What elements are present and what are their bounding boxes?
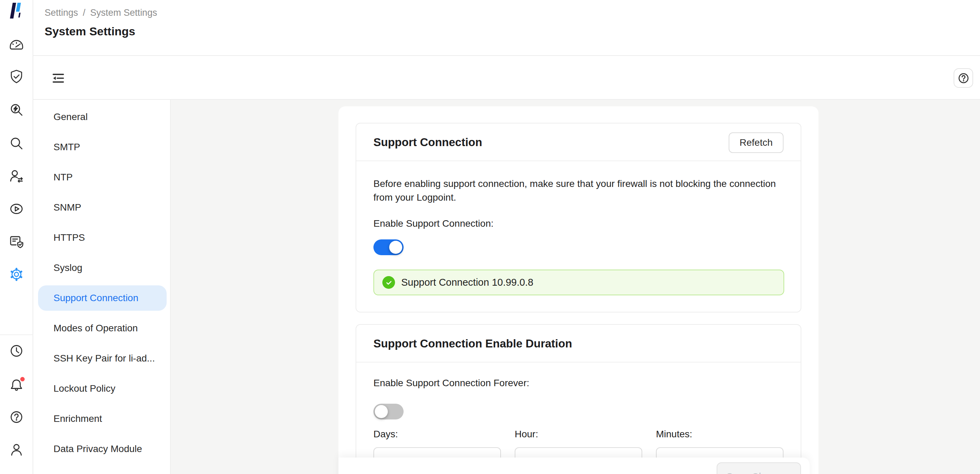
sidebar-item-label: SNMP: [54, 202, 81, 213]
refetch-button[interactable]: Refetch: [729, 132, 784, 153]
enable-duration-card: Support Connection Enable Duration Enabl…: [356, 324, 801, 474]
sidebar-item-label: HTTPS: [54, 232, 85, 243]
toggle-knob: [375, 405, 388, 418]
sidebar-item-label: Syslog: [54, 262, 82, 274]
settings-menu: General SMTP NTP SNMP HTTPS Syslog Suppo…: [33, 102, 170, 464]
brand-logo[interactable]: [8, 2, 25, 19]
rail-item-user-accounts[interactable]: [8, 167, 25, 185]
sidebar-collapse-button[interactable]: [51, 71, 65, 85]
card-header: Support Connection Enable Duration: [356, 325, 801, 363]
app-root: Settings/System Settings System Settings…: [0, 0, 980, 474]
sidebar-item-https[interactable]: HTTPS: [33, 223, 170, 253]
rail-item-playback[interactable]: [8, 200, 25, 218]
question-circle-icon: [8, 409, 25, 425]
sidebar-item-label: General: [54, 111, 88, 122]
settings-gear-icon: [8, 266, 25, 283]
toggle-knob: [389, 241, 402, 254]
shield-check-icon: [8, 68, 25, 85]
sidebar-item-modes-of-operation[interactable]: Modes of Operation: [33, 313, 170, 343]
menu-fold-icon: [52, 72, 65, 85]
success-check-icon: [382, 276, 395, 289]
sidebar-item-label: Enrichment: [54, 413, 102, 424]
threat-magnifier-icon: [8, 102, 25, 118]
sidebar-item-enrichment[interactable]: Enrichment: [33, 404, 170, 434]
rail-item-reports[interactable]: [8, 232, 25, 250]
save-footer: Save Changes: [339, 458, 810, 474]
enable-forever-toggle[interactable]: [374, 404, 404, 420]
question-circle-icon: [957, 72, 970, 85]
status-banner-text: Support Connection 10.99.0.8: [401, 277, 533, 288]
rail-item-notifications[interactable]: [8, 376, 25, 394]
search-icon: [8, 135, 25, 152]
sidebar-item-label: NTP: [54, 172, 73, 183]
settings-sidebar: General SMTP NTP SNMP HTTPS Syslog Suppo…: [33, 100, 171, 474]
toolbar-band: [33, 56, 980, 100]
play-circle-icon: [8, 200, 25, 217]
logpoint-logo-icon: [9, 2, 24, 19]
card-header: Support Connection Refetch: [356, 124, 801, 161]
rail-item-search[interactable]: [8, 134, 25, 152]
support-connection-card: Support Connection Refetch Before enabli…: [356, 123, 801, 312]
user-icon: [8, 441, 25, 458]
sidebar-item-label: Modes of Operation: [54, 323, 138, 334]
dashboard-gauge-icon: [8, 37, 25, 53]
rail-item-compliance[interactable]: [8, 68, 25, 86]
sidebar-item-syslog[interactable]: Syslog: [33, 253, 170, 283]
save-changes-button[interactable]: Save Changes: [717, 462, 801, 474]
rail-item-help[interactable]: [8, 408, 25, 426]
sidebar-item-smtp[interactable]: SMTP: [33, 132, 170, 162]
sidebar-item-ssh-key-pair[interactable]: SSH Key Pair for li-ad...: [33, 343, 170, 374]
breadcrumb-settings[interactable]: Settings: [45, 8, 78, 18]
support-connection-status-banner: Support Connection 10.99.0.8: [374, 270, 784, 295]
breadcrumb: Settings/System Settings: [45, 8, 157, 18]
breadcrumb-system-settings[interactable]: System Settings: [90, 8, 157, 18]
sidebar-item-ntp[interactable]: NTP: [33, 162, 170, 192]
page-title: System Settings: [45, 25, 135, 38]
support-connection-description: Before enabling support connection, make…: [374, 177, 786, 204]
page-header: Settings/System Settings System Settings: [33, 0, 980, 56]
sidebar-item-snmp[interactable]: SNMP: [33, 192, 170, 223]
rail-divider: [0, 334, 33, 335]
hour-label: Hour:: [515, 429, 642, 440]
sidebar-item-data-privacy-module[interactable]: Data Privacy Module: [33, 434, 170, 464]
rail-item-dashboard[interactable]: [8, 36, 25, 54]
user-switch-icon: [8, 168, 25, 185]
main-content: Support Connection Refetch Before enabli…: [171, 100, 980, 474]
breadcrumb-separator: /: [83, 8, 86, 18]
sidebar-item-lockout-policy[interactable]: Lockout Policy: [33, 374, 170, 404]
rail-item-threat-hunting[interactable]: [8, 101, 25, 119]
sidebar-item-label: SMTP: [54, 142, 80, 153]
enable-support-connection-toggle[interactable]: [374, 239, 404, 255]
enable-forever-label: Enable Support Connection Forever:: [374, 378, 530, 389]
sidebar-item-label: Data Privacy Module: [54, 444, 142, 455]
card-title: Support Connection: [374, 124, 482, 161]
report-shield-icon: [8, 233, 25, 250]
sidebar-item-support-connection[interactable]: Support Connection: [38, 285, 167, 311]
help-button[interactable]: [954, 68, 973, 88]
rail-item-profile[interactable]: [8, 441, 25, 458]
icon-rail: [0, 0, 33, 474]
settings-panel: Support Connection Refetch Before enabli…: [339, 106, 818, 474]
rail-item-settings[interactable]: [8, 266, 25, 283]
sidebar-item-general[interactable]: General: [33, 102, 170, 132]
card-title: Support Connection Enable Duration: [374, 325, 572, 363]
notification-badge: [20, 377, 25, 382]
sidebar-item-label: Support Connection: [54, 293, 138, 304]
sidebar-item-label: Lockout Policy: [54, 383, 116, 394]
clock-icon: [8, 343, 25, 359]
days-label: Days:: [374, 429, 501, 440]
enable-support-connection-label: Enable Support Connection:: [374, 218, 493, 229]
rail-item-history[interactable]: [8, 342, 25, 360]
minutes-label: Minutes:: [656, 429, 784, 440]
sidebar-item-label: SSH Key Pair for li-ad...: [54, 353, 155, 364]
